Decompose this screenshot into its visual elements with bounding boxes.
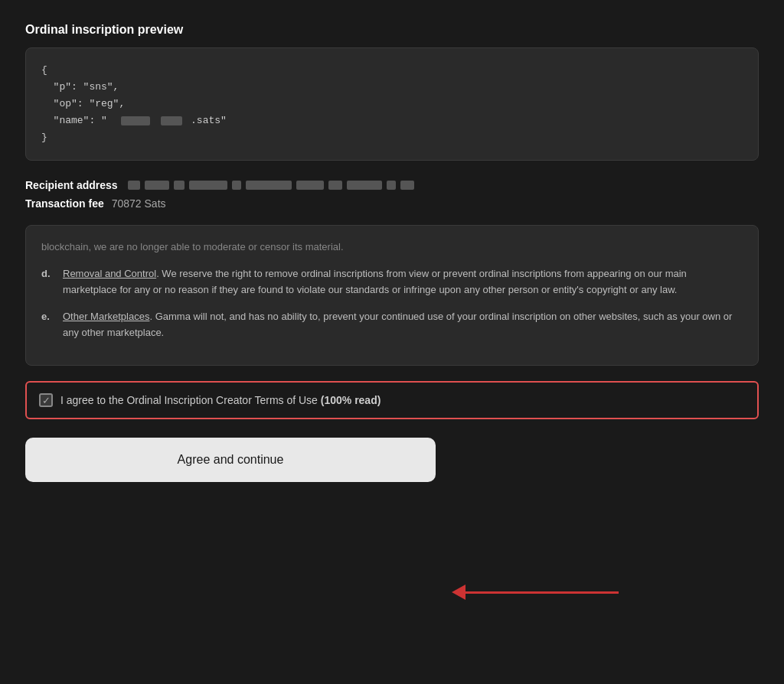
fee-value: 70872 Sats	[112, 197, 166, 210]
redacted-addr-6	[296, 181, 324, 190]
code-preview: { "p": "sns", "op": "reg", "name": " .sa…	[25, 47, 759, 161]
terms-text-e: Other Marketplaces. Gamma will not, and …	[63, 309, 743, 341]
terms-box: blockchain, we are no longer able to mod…	[25, 225, 759, 366]
code-line-5: }	[41, 129, 743, 146]
checkmark-icon: ✓	[42, 396, 51, 406]
terms-letter-d: d.	[41, 266, 57, 298]
agree-checkbox-label: I agree to the Ordinal Inscription Creat…	[60, 394, 381, 406]
code-line-2: "p": "sns",	[41, 79, 743, 96]
agree-checkbox[interactable]: ✓	[39, 393, 53, 407]
redacted-addr-2	[174, 181, 185, 190]
section-title: Ordinal inscription preview	[25, 23, 759, 37]
code-line-3: "op": "reg",	[41, 96, 743, 112]
redacted-addr-10	[400, 181, 414, 190]
redacted-name-1	[121, 116, 150, 125]
terms-link-d: Removal and Control	[63, 268, 156, 279]
terms-item-e: e. Other Marketplaces. Gamma will not, a…	[41, 309, 743, 341]
terms-item-d: d. Removal and Control. We reserve the r…	[41, 266, 743, 298]
redacted-addr-4	[232, 181, 241, 190]
arrow-shaft	[466, 591, 619, 594]
terms-text-d: Removal and Control. We reserve the righ…	[63, 266, 743, 298]
redacted-name-2	[161, 116, 182, 125]
arrow-indicator	[452, 585, 619, 600]
redacted-addr-8	[347, 181, 382, 190]
redacted-addr-9	[387, 181, 396, 190]
terms-link-e: Other Marketplaces	[63, 311, 149, 322]
code-line-4: "name": " .sats"	[41, 112, 743, 129]
redacted-addr-5	[246, 181, 292, 190]
redacted-addr-1	[145, 181, 169, 190]
fee-label: Transaction fee	[25, 197, 104, 210]
fee-row: Transaction fee 70872 Sats	[25, 197, 759, 210]
recipient-row: Recipient address	[25, 179, 759, 191]
agree-checkbox-container[interactable]: ✓ I agree to the Ordinal Inscription Cre…	[25, 381, 759, 419]
terms-letter-e: e.	[41, 309, 57, 341]
terms-faded-top: blockchain, we are no longer able to mod…	[41, 239, 743, 256]
redacted-addr-7	[328, 181, 342, 190]
redacted-addr-3	[189, 181, 227, 190]
redacted-addr-0	[128, 181, 140, 190]
arrow-head-icon	[452, 585, 466, 600]
agree-continue-button[interactable]: Agree and continue	[25, 438, 436, 482]
code-line-1: {	[41, 62, 743, 79]
recipient-label: Recipient address	[25, 179, 118, 191]
page-container: Ordinal inscription preview { "p": "sns"…	[0, 0, 784, 684]
